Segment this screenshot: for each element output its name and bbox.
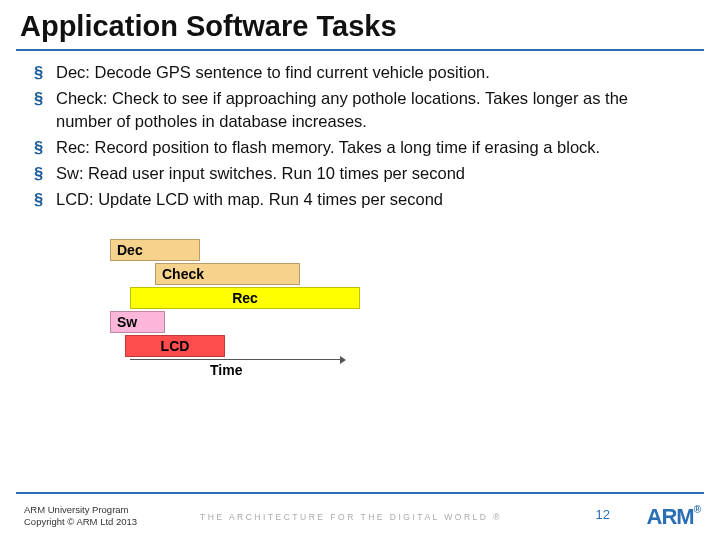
- arm-logo: ARM®: [647, 504, 700, 530]
- footer-program: ARM University Program: [24, 504, 137, 516]
- time-axis: Time: [130, 359, 340, 377]
- bullet-item: Dec: Decode GPS sentence to find current…: [56, 61, 680, 83]
- title-underline: [16, 49, 704, 51]
- slide-title: Application Software Tasks: [0, 0, 720, 49]
- task-duration-chart: Dec Check Rec Sw LCD Time: [110, 239, 410, 377]
- bullet-list: Dec: Decode GPS sentence to find current…: [0, 61, 720, 211]
- bullet-item: Rec: Record position to flash memory. Ta…: [56, 136, 680, 158]
- footer-attribution: ARM University Program Copyright © ARM L…: [24, 504, 137, 528]
- task-bar-dec: Dec: [110, 239, 200, 261]
- bullet-item: Check: Check to see if approaching any p…: [56, 87, 680, 132]
- page-number: 12: [596, 507, 610, 522]
- footer-divider: [16, 492, 704, 494]
- time-axis-label: Time: [210, 362, 242, 378]
- task-bar-check: Check: [155, 263, 300, 285]
- task-bar-sw: Sw: [110, 311, 165, 333]
- bullet-item: Sw: Read user input switches. Run 10 tim…: [56, 162, 680, 184]
- footer-tagline: THE ARCHITECTURE FOR THE DIGITAL WORLD ®: [200, 512, 502, 522]
- bullet-item: LCD: Update LCD with map. Run 4 times pe…: [56, 188, 680, 210]
- task-bar-rec: Rec: [130, 287, 360, 309]
- footer-copyright: Copyright © ARM Ltd 2013: [24, 516, 137, 528]
- task-bar-lcd: LCD: [125, 335, 225, 357]
